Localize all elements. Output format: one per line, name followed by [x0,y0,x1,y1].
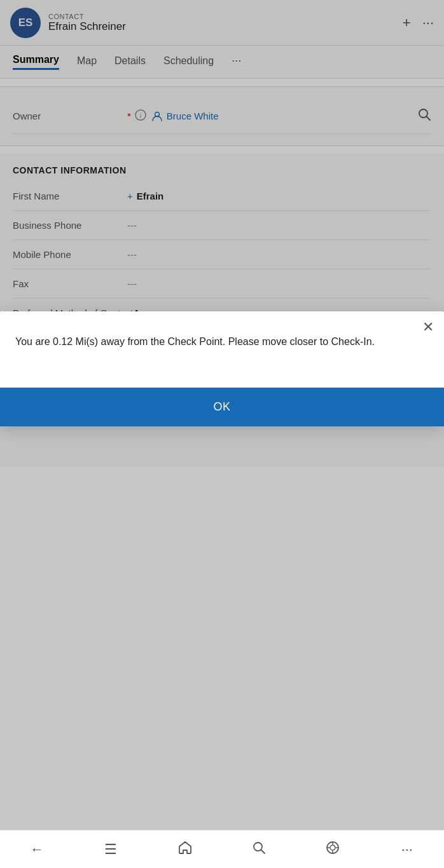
bottom-navigation: ← ☰ ··· [0,830,444,868]
search-nav-icon [251,840,267,859]
nav-search-button[interactable] [222,831,296,868]
back-icon: ← [30,841,44,858]
target-icon [325,840,340,859]
dialog-ok-button[interactable]: OK [0,388,444,426]
more-nav-icon: ··· [401,841,413,858]
nav-target-button[interactable] [296,831,370,868]
dialog-message: You are 0.12 Mi(s) away from the Check P… [0,311,444,388]
nav-menu-button[interactable]: ☰ [74,831,148,868]
alert-dialog: ✕ You are 0.12 Mi(s) away from the Check… [0,311,444,426]
svg-line-6 [261,850,265,853]
nav-back-button[interactable]: ← [0,831,74,868]
svg-point-8 [330,845,335,850]
home-icon [177,840,193,859]
dialog-close-button[interactable]: ✕ [422,320,434,334]
dialog-overlay: ✕ You are 0.12 Mi(s) away from the Check… [0,0,444,868]
menu-icon: ☰ [104,841,117,858]
nav-home-button[interactable] [148,831,222,868]
nav-more-button[interactable]: ··· [370,831,444,868]
